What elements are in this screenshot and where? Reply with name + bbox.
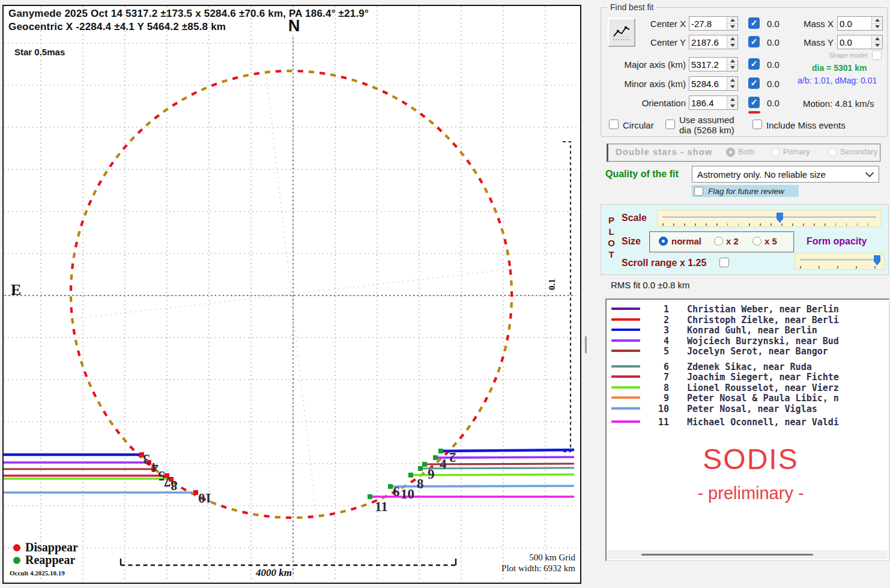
orientation-input[interactable] [689, 96, 727, 109]
observer-list-hscrollbar[interactable] [607, 550, 888, 559]
minor-axis-input[interactable] [689, 77, 727, 90]
orientation-label: Orientation [615, 98, 686, 108]
mass-y-field[interactable] [837, 35, 883, 49]
edge-scale-label: 0.1 [547, 279, 557, 290]
observer-row-10[interactable]: 10Peter Nosal, near Viglas [607, 404, 889, 414]
mass-x-field[interactable] [837, 16, 883, 31]
chord-label-right-8: 8 [417, 477, 424, 491]
star-size-label: Star 0.5mas [14, 47, 65, 57]
include-miss-checkbox[interactable] [752, 120, 762, 129]
center-y-input[interactable] [689, 35, 727, 49]
scale-label: Scale [622, 213, 647, 223]
chord-label-right-11: 11 [375, 500, 388, 514]
observer-row-7[interactable]: 7Joachim Siegert, near Fichte [607, 372, 889, 382]
center-y-lock-checkbox[interactable]: ✓ [748, 36, 760, 47]
plot-controls-panel: PL OT Scale Size normal x 2 x 5 Form opa… [601, 204, 889, 275]
plot-vertical-label: PL OT [607, 214, 616, 260]
observer-row-8[interactable]: 8Lionel Rousselot, near Vierz [607, 383, 889, 393]
form-opacity-groove [800, 259, 879, 261]
major-axis-spinner[interactable] [727, 58, 737, 71]
chord-label-right-2: 2 [449, 450, 456, 464]
chord-label-right-4: 4 [440, 457, 447, 471]
size-x5-radio[interactable] [752, 237, 761, 246]
mass-y-label: Mass Y [799, 37, 834, 47]
observer-9-swatch [611, 396, 640, 399]
preliminary-watermark: - preliminary - [631, 483, 871, 503]
shape-model-checkbox[interactable] [872, 50, 882, 60]
scale-slider-thumb[interactable] [776, 213, 783, 223]
body-limb-ellipse-gold [47, 47, 536, 541]
center-y-field[interactable] [689, 35, 738, 49]
panel-splitter-handle[interactable] [585, 336, 587, 353]
disappear-dot [13, 544, 20, 551]
observer-2-swatch [611, 318, 640, 321]
orientation-field[interactable] [689, 95, 738, 110]
major-axis-input[interactable] [689, 58, 727, 71]
observer-row-4[interactable]: 4Wojciech Burzynski, near Bud [607, 336, 889, 346]
size-x5-label: x 5 [764, 236, 777, 246]
reappear-label: Reappear [25, 553, 75, 567]
center-x-label: Center X [619, 19, 686, 29]
minor-axis-spinner[interactable] [727, 77, 737, 90]
center-x-field[interactable] [689, 16, 738, 31]
double-stars-secondary-radio[interactable] [828, 148, 837, 157]
scale-slider[interactable] [657, 210, 882, 227]
orientation-spinner[interactable] [727, 96, 737, 109]
center-y-spinner[interactable] [727, 35, 737, 49]
quality-of-fit-label: Quality of the fit [605, 169, 679, 180]
center-x-input[interactable] [689, 17, 727, 30]
observer-list[interactable]: 1Christian Weber, near Berlin 2Christoph… [605, 299, 889, 561]
plot-width-note: Plot width: 6932 km [473, 563, 575, 574]
observer-row-2[interactable]: 2Christoph Zielke, near Berli [607, 315, 889, 325]
size-normal-radio[interactable] [659, 237, 668, 246]
double-stars-primary-radio[interactable] [771, 148, 780, 157]
quality-of-fit-value: Astrometry only. No reliable size [692, 169, 826, 180]
minor-axis-field[interactable] [689, 76, 738, 91]
mass-y-spinner[interactable] [871, 35, 882, 49]
observer-row-6[interactable]: 6Zdenek Sikac, near Ruda [607, 362, 889, 372]
reappear-dot [13, 557, 20, 564]
flag-review-checkbox[interactable] [694, 187, 703, 196]
observer-row-5[interactable]: 5Jocelyn Serot, near Bangor [607, 346, 889, 356]
scale-slider-ticks [662, 223, 876, 226]
chord-label-left-10: 10 [198, 491, 212, 505]
orientation-lock-checkbox[interactable]: ✓ [748, 97, 760, 108]
path-edge-bracket [563, 142, 571, 452]
observer-4-swatch [611, 339, 640, 342]
mass-y-input[interactable] [838, 35, 871, 49]
minor-axis-lock-checkbox[interactable]: ✓ [748, 77, 760, 89]
mass-x-input[interactable] [838, 17, 871, 30]
scroll-range-checkbox[interactable] [719, 258, 729, 267]
chord-label-left-4: 4 [151, 461, 159, 474]
version-label: Occult 4.2025.10.19 [10, 569, 65, 577]
observer-6-swatch [611, 365, 640, 368]
observer-11-swatch [611, 420, 640, 423]
chord-label-left-3: 3 [143, 452, 150, 466]
major-axis-lock-checkbox[interactable]: ✓ [748, 58, 760, 70]
chord-label-left-7: 7 [164, 475, 171, 489]
major-axis-field[interactable] [689, 57, 738, 71]
axis-ratio-readout: a/b: 1.01, dMag: 0.01 [798, 76, 877, 85]
observer-1-swatch [611, 308, 640, 310]
observer-row-1[interactable]: 1Christian Weber, near Berlin [607, 304, 889, 314]
observer-8-swatch [611, 386, 640, 389]
mass-x-spinner[interactable] [871, 17, 882, 30]
quality-of-fit-dropdown[interactable]: Astrometry only. No reliable size [692, 166, 879, 183]
occultation-plot[interactable]: Ganymede 2025 Oct 14 5317.2 ±173.5 x 528… [2, 5, 581, 584]
double-stars-both-radio[interactable] [726, 148, 735, 157]
hscrollbar-thumb[interactable] [641, 554, 813, 556]
observer-row-3[interactable]: 3Konrad Guhl, near Berlin [607, 325, 889, 335]
occult-fit-window: Ganymede 2025 Oct 14 5317.2 ±173.5 x 528… [0, 0, 890, 588]
size-x2-radio[interactable] [714, 237, 723, 246]
circular-checkbox[interactable] [609, 120, 619, 129]
scalebar-label: 4000 km [256, 567, 292, 579]
use-assumed-dia-checkbox[interactable] [665, 120, 675, 129]
plot-title: Ganymede 2025 Oct 14 5317.2 ±173.5 x 528… [8, 8, 369, 20]
observer-row-11[interactable]: 11Michael Oconnell, near Valdi [607, 417, 889, 427]
observer-row-9[interactable]: 9Peter Nosal & Paula Libic, n [607, 393, 889, 403]
center-x-spinner[interactable] [727, 17, 737, 30]
form-opacity-thumb[interactable] [874, 255, 880, 265]
center-x-lock-checkbox[interactable]: ✓ [748, 17, 760, 29]
major-axis-label: Major axis (km) [615, 59, 686, 70]
form-opacity-slider[interactable] [795, 253, 885, 270]
